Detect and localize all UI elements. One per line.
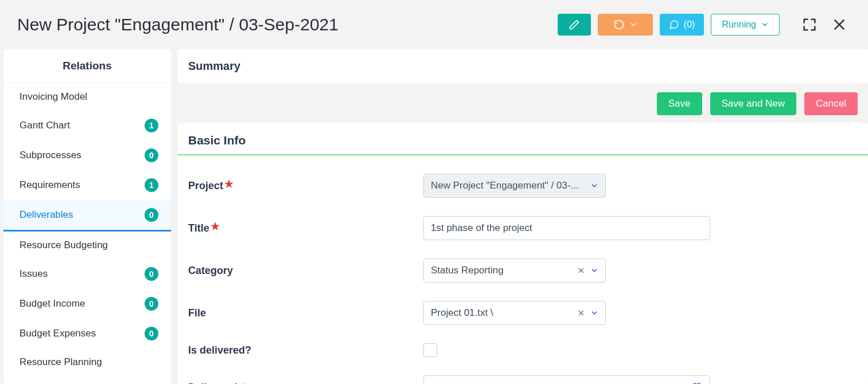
sidebar-item-label: Budget Income bbox=[20, 298, 85, 309]
relations-sidebar: Relations Invoicing ModelGantt Chart1Sub… bbox=[3, 49, 171, 384]
sidebar-title: Relations bbox=[3, 49, 171, 83]
comments-button[interactable]: (0) bbox=[660, 14, 704, 36]
sidebar-item-label: Gantt Chart bbox=[20, 120, 70, 131]
sidebar-badge: 0 bbox=[145, 148, 158, 162]
delivery-date-label: Delivery date bbox=[188, 382, 252, 385]
clear-icon[interactable] bbox=[578, 309, 585, 316]
required-star-icon: ★ bbox=[211, 224, 220, 229]
field-file: File Project 01.txt \ bbox=[188, 292, 858, 334]
save-button[interactable]: Save bbox=[657, 92, 702, 115]
sidebar-item-label: Subprocesses bbox=[20, 150, 81, 161]
title-input-wrap bbox=[423, 216, 710, 240]
sidebar-badge: 1 bbox=[145, 119, 158, 132]
required-star-icon: ★ bbox=[224, 181, 233, 187]
header-actions: (0) Running bbox=[558, 13, 851, 36]
file-select[interactable]: Project 01.txt \ bbox=[423, 301, 606, 325]
is-delivered-checkbox[interactable] bbox=[423, 343, 437, 357]
sidebar-nav-list: Invoicing ModelGantt Chart1Subprocesses0… bbox=[3, 83, 171, 384]
page-title: New Project "Engagement" / 03-Sep-2021 bbox=[17, 15, 338, 34]
is-delivered-label: Is delivered? bbox=[188, 344, 251, 356]
field-category: Category Status Reporting bbox=[188, 249, 858, 292]
sidebar-item-label: Requirements bbox=[20, 179, 80, 191]
sidebar-item-label: Resource Planning bbox=[20, 356, 102, 368]
sidebar-badge: 0 bbox=[145, 297, 158, 311]
sidebar-badge: 1 bbox=[145, 178, 158, 192]
category-select[interactable]: Status Reporting bbox=[423, 258, 606, 283]
sidebar-item-label: Budget Expenses bbox=[20, 328, 96, 339]
chevron-down-icon bbox=[761, 21, 769, 29]
summary-header: Summary bbox=[178, 49, 868, 83]
field-title: Title★ bbox=[188, 207, 858, 249]
cancel-button[interactable]: Cancel bbox=[804, 92, 858, 115]
pencil-icon bbox=[569, 19, 580, 30]
category-label: Category bbox=[188, 265, 233, 277]
close-icon bbox=[832, 17, 847, 32]
sidebar-item-resource-planning[interactable]: Resource Planning bbox=[3, 348, 171, 376]
sidebar-item-requirements[interactable]: Requirements1 bbox=[3, 170, 171, 200]
chevron-down-icon bbox=[629, 21, 637, 29]
header-bar: New Project "Engagement" / 03-Sep-2021 (… bbox=[0, 0, 868, 49]
sidebar-badge: 0 bbox=[145, 267, 158, 281]
sidebar-item-rag-status-parameters[interactable]: Rag status parameters1 bbox=[3, 376, 171, 384]
comments-count: (0) bbox=[684, 19, 695, 30]
field-delivery-date: Delivery date bbox=[188, 366, 858, 384]
clear-icon[interactable] bbox=[578, 267, 585, 274]
sidebar-item-budget-expenses[interactable]: Budget Expenses0 bbox=[3, 319, 171, 348]
form-card: Basic Info Project★ New Project "Engagem… bbox=[178, 123, 868, 384]
refresh-dropdown-button[interactable] bbox=[598, 14, 653, 36]
project-value: New Project "Engagement" / 03-... bbox=[431, 180, 579, 191]
sidebar-item-deliverables[interactable]: Deliverables0 bbox=[3, 200, 171, 232]
field-is-delivered: Is delivered? bbox=[188, 334, 858, 366]
fullscreen-button[interactable] bbox=[798, 13, 821, 36]
calendar-icon bbox=[691, 382, 703, 384]
category-value: Status Reporting bbox=[431, 265, 504, 276]
form-actions: Save Save and New Cancel bbox=[178, 88, 868, 123]
field-project: Project★ New Project "Engagement" / 03-.… bbox=[188, 164, 858, 207]
project-label: Project bbox=[188, 180, 223, 192]
status-dropdown[interactable]: Running bbox=[711, 14, 780, 36]
close-button[interactable] bbox=[828, 13, 851, 36]
sidebar-item-resource-budgeting[interactable]: Resource Budgeting bbox=[3, 232, 171, 259]
sidebar-item-label: Deliverables bbox=[20, 209, 73, 221]
chevron-down-icon bbox=[590, 309, 598, 317]
edit-button[interactable] bbox=[558, 14, 591, 36]
sidebar-item-subprocesses[interactable]: Subprocesses0 bbox=[3, 140, 171, 170]
sidebar-item-label: Invoicing Model bbox=[20, 91, 87, 103]
chevron-down-icon bbox=[590, 267, 598, 275]
delivery-date-input[interactable] bbox=[423, 375, 710, 384]
sidebar-item-gantt-chart[interactable]: Gantt Chart1 bbox=[3, 111, 171, 140]
project-select[interactable]: New Project "Engagement" / 03-... bbox=[423, 174, 606, 198]
sidebar-item-budget-income[interactable]: Budget Income0 bbox=[3, 289, 171, 319]
title-input[interactable] bbox=[431, 217, 703, 240]
file-label: File bbox=[188, 307, 206, 319]
sidebar-badge: 0 bbox=[145, 327, 158, 340]
sidebar-item-label: Issues bbox=[20, 268, 48, 280]
fullscreen-icon bbox=[801, 17, 818, 33]
main-panel: Summary Save Save and New Cancel Basic I… bbox=[178, 49, 868, 384]
sidebar-item-issues[interactable]: Issues0 bbox=[3, 259, 171, 289]
save-and-new-button[interactable]: Save and New bbox=[710, 92, 797, 115]
title-label: Title bbox=[188, 222, 209, 234]
file-value: Project 01.txt \ bbox=[431, 307, 493, 319]
status-label: Running bbox=[722, 19, 756, 30]
chevron-down-icon bbox=[590, 182, 598, 190]
comment-icon bbox=[669, 19, 679, 30]
sidebar-item-label: Resource Budgeting bbox=[20, 240, 108, 251]
sidebar-badge: 0 bbox=[145, 208, 158, 222]
refresh-icon bbox=[613, 19, 625, 30]
sidebar-item-invoicing-model[interactable]: Invoicing Model bbox=[3, 83, 171, 111]
section-title: Basic Info bbox=[178, 123, 868, 155]
